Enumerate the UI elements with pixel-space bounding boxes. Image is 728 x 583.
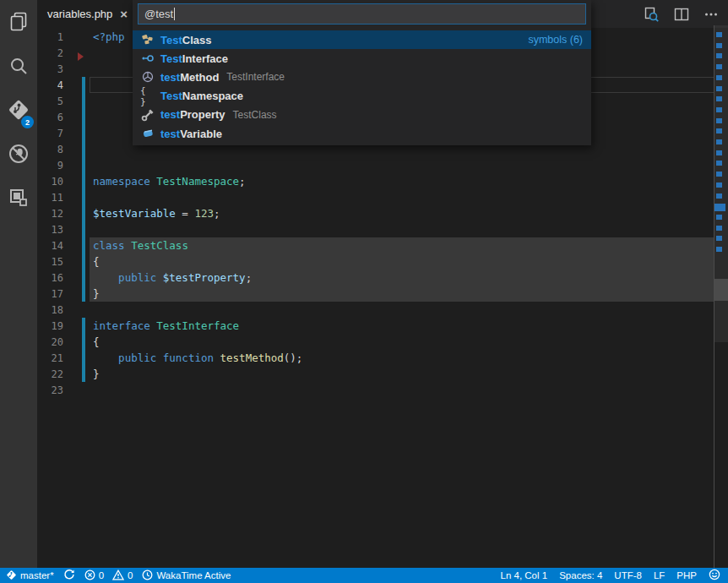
status-wakatime[interactable]: WakaTime Active [142,568,231,583]
property-icon [140,108,155,122]
code-line[interactable]: 12$testVariable = 123; [37,205,714,221]
symbol-label: TestNamespace [160,90,243,102]
code-line[interactable]: 22} [37,366,714,382]
code-line[interactable]: 20{ [37,334,714,350]
line-number: 18 [37,302,63,319]
activity-search[interactable] [0,47,37,88]
symbol-label: testMethod [160,71,219,84]
quick-open-input-row: @test [133,0,591,28]
line-number: 8 [37,142,63,158]
scm-badge: 2 [21,116,34,128]
code-line[interactable]: 13 [37,221,714,237]
status-eol[interactable]: LF [654,568,665,583]
line-number: 22 [37,367,63,383]
split-editor-icon[interactable] [669,4,694,25]
code-line[interactable]: 11 [37,189,714,205]
status-problems[interactable]: 0 0 [84,568,133,583]
status-indentation[interactable]: Spaces: 4 [559,568,602,583]
overview-ruler[interactable] [714,25,728,568]
line-number: 12 [37,206,63,222]
status-sync[interactable] [63,568,75,583]
interface-icon [140,52,155,65]
code-line[interactable]: 9 [37,157,714,173]
code-line[interactable]: 17} [37,286,714,302]
warning-count: 0 [128,570,133,580]
quick-open-query: @test [144,8,173,20]
files-icon [8,11,30,36]
activity-extensions[interactable] [0,179,37,220]
symbol-list: TestClass symbols (6) TestInterface [133,28,591,145]
code-line[interactable]: 16 public $testProperty; [37,270,714,286]
smiley-icon [709,569,720,582]
namespace-icon: { } [140,85,155,107]
status-bar: master* 0 [0,568,728,583]
debug-icon [7,142,30,169]
symbol-item-testnamespace[interactable]: { } TestNamespace [133,87,591,106]
class-icon [140,33,155,46]
line-number: 14 [37,238,63,254]
variable-icon [140,127,155,140]
activity-debug[interactable] [0,135,37,176]
quick-open-widget: @test TestClass symbols (6) [133,0,591,145]
quick-open-input[interactable]: @test [138,3,586,25]
line-number: 19 [37,319,63,335]
editor-actions [638,0,723,28]
text-cursor [174,8,175,20]
line-number: 4 [37,78,63,94]
line-number: 17 [37,286,63,302]
results-count-badge: symbols (6) [528,34,583,46]
code-line[interactable]: 21 public function testMethod(); [37,350,714,366]
code-line[interactable]: 10namespace TestNamespace; [37,173,714,189]
code-line[interactable]: 14class TestClass [37,237,714,253]
warning-icon [112,569,124,582]
line-number: 21 [37,351,63,367]
activity-explorer[interactable] [0,3,37,44]
symbol-item-testvariable[interactable]: testVariable [133,124,591,143]
extensions-icon [7,186,30,213]
line-number: 3 [37,62,63,78]
tab-title: variables.php [47,8,112,20]
line-number: 1 [37,30,63,46]
line-number: 16 [37,270,63,286]
error-count: 0 [99,570,104,580]
status-feedback[interactable] [709,568,720,583]
ruler-range-mark [714,279,728,301]
line-number: 2 [37,46,63,62]
status-cursor-position[interactable]: Ln 4, Col 1 [501,568,548,583]
symbol-item-testinterface[interactable]: TestInterface [133,49,591,68]
method-icon [140,70,155,84]
vscode-window: 2 [0,0,728,583]
activity-bar: 2 [0,0,37,568]
search-icon [8,55,30,80]
open-changes-icon[interactable] [638,4,664,25]
symbol-label: TestInterface [160,52,228,65]
status-branch[interactable]: master* [6,568,54,583]
line-number: 15 [37,254,63,270]
close-icon[interactable]: × [120,7,128,21]
symbol-item-testproperty[interactable]: testProperty TestClass [133,106,591,124]
more-actions-icon[interactable] [699,5,723,24]
symbol-label: testVariable [160,128,222,140]
line-number: 11 [37,190,63,206]
activity-source-control[interactable]: 2 [0,91,37,132]
symbol-item-testclass[interactable]: TestClass symbols (6) [133,30,591,49]
sync-icon [63,569,75,582]
line-number: 10 [37,174,63,190]
clock-icon [142,569,153,582]
symbol-label: TestClass [160,34,211,46]
code-line[interactable]: 23 [37,382,714,398]
line-number: 9 [37,158,63,174]
symbol-detail: TestClass [233,109,277,121]
status-encoding[interactable]: UTF-8 [614,568,642,583]
line-number: 7 [37,126,63,142]
code-line[interactable]: 19interface TestInterface [37,318,714,334]
code-line[interactable]: 15{ [37,253,714,270]
tab-variables-php[interactable]: variables.php × [37,0,135,28]
editor-group: variables.php × [37,0,728,568]
wakatime-label: WakaTime Active [156,570,231,580]
line-number: 20 [37,335,63,351]
git-branch-icon [6,569,17,582]
code-line[interactable]: 18 [37,302,714,318]
status-language-mode[interactable]: PHP [676,568,697,583]
symbol-item-testmethod[interactable]: testMethod TestInterface [133,68,591,86]
